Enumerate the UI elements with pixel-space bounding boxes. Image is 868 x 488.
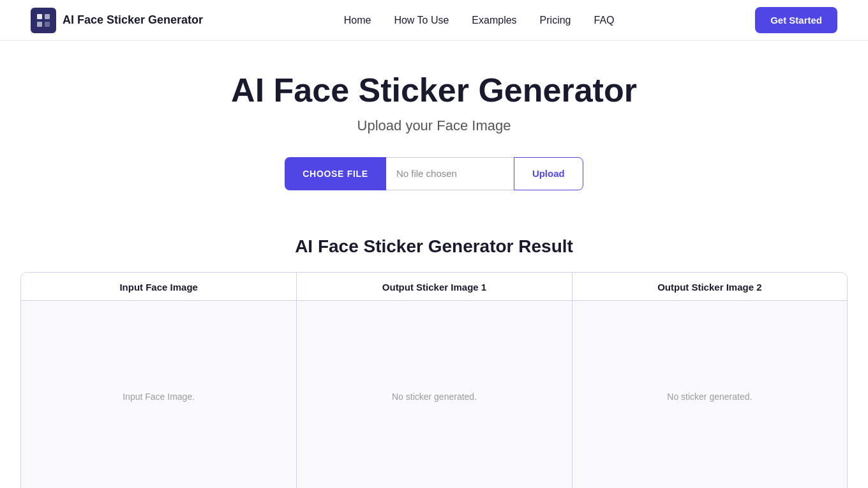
result-col-input-header: Input Face Image [21,273,296,301]
file-name-display: No file chosen [386,157,514,190]
result-col-output2-placeholder: No sticker generated. [667,392,752,402]
hero-title: AI Face Sticker Generator [10,72,858,110]
svg-rect-0 [37,14,42,19]
main-nav: AI Face Sticker Generator Home How To Us… [0,0,868,41]
result-col-output1-body: No sticker generated. [297,301,571,488]
result-col-output2: Output Sticker Image 2 No sticker genera… [572,273,847,488]
nav-link-how-to-use[interactable]: How To Use [394,15,449,26]
nav-link-home[interactable]: Home [344,15,371,26]
hero-section: AI Face Sticker Generator Upload your Fa… [0,41,868,236]
upload-row: CHOOSE FILE No file chosen Upload [10,157,858,190]
nav-logo-text: AI Face Sticker Generator [63,13,203,27]
result-col-output2-body: No sticker generated. [572,301,847,488]
result-col-output2-header: Output Sticker Image 2 [572,273,847,301]
hero-subtitle: Upload your Face Image [10,118,858,134]
get-started-button[interactable]: Get Started [755,7,837,33]
nav-link-examples[interactable]: Examples [472,15,516,26]
upload-button[interactable]: Upload [514,157,583,190]
result-col-input-placeholder: Input Face Image. [123,392,195,402]
logo-icon [31,8,56,33]
svg-rect-3 [45,22,50,27]
result-col-input: Input Face Image Input Face Image. [21,273,296,488]
nav-links: Home How To Use Examples Pricing FAQ [344,15,615,26]
result-section: AI Face Sticker Generator Result Input F… [0,236,868,488]
result-col-input-body: Input Face Image. [21,301,296,488]
result-col-output1-placeholder: No sticker generated. [392,392,477,402]
nav-link-faq[interactable]: FAQ [594,15,615,26]
svg-rect-2 [37,22,42,27]
nav-logo[interactable]: AI Face Sticker Generator [31,8,203,33]
result-title: AI Face Sticker Generator Result [20,236,848,257]
result-col-output1-header: Output Sticker Image 1 [297,273,571,301]
choose-file-button[interactable]: CHOOSE FILE [285,157,386,190]
result-grid: Input Face Image Input Face Image. Outpu… [20,272,848,488]
result-col-output1: Output Sticker Image 1 No sticker genera… [296,273,571,488]
nav-link-pricing[interactable]: Pricing [540,15,571,26]
svg-rect-1 [45,14,50,19]
